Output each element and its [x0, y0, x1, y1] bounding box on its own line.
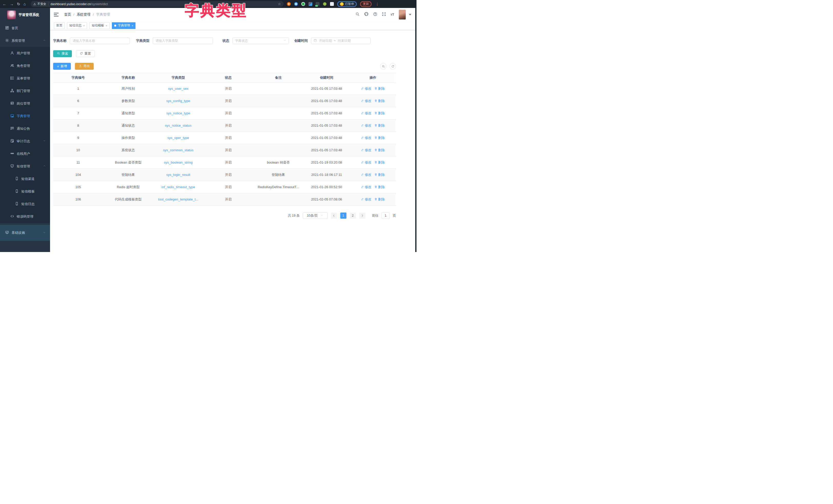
github-icon[interactable] — [364, 12, 368, 17]
sidebar-item-在线用户[interactable]: 在线用户 — [0, 147, 50, 160]
next-page-button[interactable] — [359, 212, 365, 219]
dict-type-link[interactable]: sys_config_type — [166, 99, 190, 103]
reload-icon[interactable]: ↻ — [17, 2, 20, 6]
extension-icon[interactable] — [287, 2, 291, 6]
delete-link[interactable]: 删除 — [375, 185, 385, 190]
edit-link[interactable]: 修改 — [361, 160, 371, 165]
delete-link[interactable]: 删除 — [375, 160, 385, 165]
delete-link[interactable]: 删除 — [375, 148, 385, 153]
dict-type-link[interactable]: sys_user_sex — [168, 87, 188, 91]
collapse-sidebar-icon[interactable] — [54, 13, 58, 17]
edit-link[interactable]: 修改 — [361, 148, 371, 153]
help-icon[interactable] — [373, 12, 377, 17]
tab-短信模板[interactable]: 短信模板× — [89, 22, 109, 29]
forward-icon[interactable]: → — [10, 2, 14, 6]
prev-page-button[interactable] — [331, 212, 337, 219]
delete-link[interactable]: 删除 — [375, 123, 385, 128]
reset-button[interactable]: 重置 — [76, 50, 95, 57]
puzzle-extension-icon[interactable] — [330, 2, 334, 6]
delete-link[interactable]: 删除 — [375, 197, 385, 202]
user-avatar[interactable] — [399, 10, 406, 20]
update-chip[interactable]: 更新 — [360, 1, 372, 7]
dict-type-link[interactable]: sys_boolean_string — [164, 160, 192, 164]
sidebar-item-短信日志[interactable]: 短信日志 — [0, 198, 50, 210]
delete-link[interactable]: 删除 — [375, 135, 385, 140]
dict-type-link[interactable]: sys_notice_status — [165, 124, 191, 127]
edit-link[interactable]: 修改 — [361, 86, 371, 91]
sidebar-item-审计日志[interactable]: 审计日志 — [0, 135, 50, 147]
chevron-down-icon[interactable] — [409, 14, 411, 16]
dict-type-link[interactable]: inf_redis_timeout_type — [161, 185, 195, 189]
calendar-icon — [314, 39, 317, 43]
add-button[interactable]: + 新增 — [53, 63, 71, 70]
close-tab-icon[interactable]: × — [105, 24, 107, 27]
sidebar-item-用户管理[interactable]: 用户管理 — [0, 47, 50, 59]
fullscreen-icon[interactable] — [382, 12, 386, 17]
page-button-1[interactable]: 1 — [340, 212, 347, 219]
security-warning[interactable]: ⚠ 不安全 — [33, 2, 46, 6]
sidebar-item-错误码管理[interactable]: 错误码管理 — [0, 210, 50, 223]
bookmark-star-icon[interactable]: ☆ — [278, 2, 281, 6]
export-button[interactable]: 导出 — [75, 63, 94, 70]
edit-link[interactable]: 修改 — [361, 123, 371, 128]
sidebar-item-短信渠道[interactable]: 短信渠道 — [0, 173, 50, 185]
search-icon[interactable] — [355, 12, 359, 17]
sidebar-item-字典管理[interactable]: 字典管理 — [0, 110, 50, 122]
dict-type-input[interactable] — [153, 37, 213, 44]
sidebar-item-部门管理[interactable]: 部门管理 — [0, 84, 50, 97]
page-size-select[interactable]: 10条/页 — [303, 212, 328, 219]
tab-首页[interactable]: 首页 — [54, 22, 65, 29]
extension-icon[interactable] — [301, 2, 305, 6]
sidebar-item-通知公告[interactable]: 通知公告 — [0, 122, 50, 135]
edit-link[interactable]: 修改 — [361, 99, 371, 103]
breadcrumb-system[interactable]: 系统管理 — [77, 12, 91, 17]
tab-字典管理[interactable]: 字典管理× — [112, 22, 136, 29]
back-icon[interactable]: ← — [3, 2, 6, 6]
extension-icon[interactable] — [323, 2, 327, 6]
font-size-icon[interactable]: ᴛT — [390, 12, 394, 17]
sidebar-item-系统管理[interactable]: 系统管理 — [0, 34, 50, 47]
sidebar-item-短信管理[interactable]: 短信管理 — [0, 160, 50, 173]
edit-link[interactable]: 修改 — [361, 185, 371, 190]
delete-link[interactable]: 删除 — [375, 173, 385, 177]
sidebar-item-岗位管理[interactable]: 岗位管理 — [0, 97, 50, 110]
delete-link[interactable]: 删除 — [375, 99, 385, 103]
paused-extension-chip[interactable]: 已暂停 — [337, 1, 357, 7]
extension-icon[interactable]: on — [316, 2, 319, 6]
edit-link[interactable]: 修改 — [361, 111, 371, 116]
extension-icon[interactable] — [308, 2, 312, 6]
goto-page-input[interactable] — [382, 212, 390, 219]
sidebar-item-角色管理[interactable]: 角色管理 — [0, 59, 50, 72]
edit-link[interactable]: 修改 — [361, 173, 371, 177]
scrollbar[interactable] — [415, 8, 416, 252]
dict-name-input[interactable] — [70, 37, 129, 44]
close-tab-icon[interactable]: × — [83, 24, 85, 27]
edit-link[interactable]: 修改 — [361, 135, 371, 140]
tab-短信日志[interactable]: 短信日志× — [67, 22, 87, 29]
dict-type-link[interactable]: sys_login_result — [166, 173, 190, 177]
sidebar-item-首页[interactable]: 首页 — [0, 22, 50, 34]
delete-link[interactable]: 删除 — [375, 111, 385, 116]
home-icon[interactable]: ⌂ — [24, 2, 26, 6]
edit-link[interactable]: 修改 — [361, 197, 371, 202]
table-refresh-icon[interactable] — [389, 63, 396, 70]
page-button-2[interactable]: 2 — [350, 212, 356, 219]
sidebar-item-菜单管理[interactable]: 菜单管理 — [0, 72, 50, 84]
dict-type-link[interactable]: tool_codegen_template_t... — [158, 197, 198, 201]
sidebar-item-基础设施[interactable]: 基础设施 — [0, 225, 50, 241]
delete-link[interactable]: 删除 — [375, 86, 385, 91]
extension-icon[interactable] — [294, 2, 298, 6]
sidebar-item-短信模板[interactable]: 短信模板 — [0, 185, 50, 198]
breadcrumb-home[interactable]: 首页 — [64, 12, 71, 17]
filter-form: 字典名称 字典类型 状态 字典状态 创建时间 开始日期 ~ 结束日期 — [53, 37, 416, 44]
table-search-toggle-icon[interactable] — [380, 63, 386, 70]
status-select[interactable]: 字典状态 — [233, 37, 289, 44]
dict-type-link[interactable]: sys_notice_type — [166, 111, 190, 115]
dict-type-link[interactable]: sys_common_status — [163, 148, 193, 152]
browser-menu-icon[interactable]: ⋮ — [376, 2, 379, 6]
search-button[interactable]: 搜索 — [53, 50, 72, 57]
dict-type-link[interactable]: sys_oper_type — [167, 136, 189, 140]
close-tab-icon[interactable]: × — [132, 24, 133, 27]
app-logo-row[interactable]: 芋道管理系统 — [0, 8, 50, 22]
date-range-picker[interactable]: 开始日期 ~ 结束日期 — [311, 37, 371, 44]
